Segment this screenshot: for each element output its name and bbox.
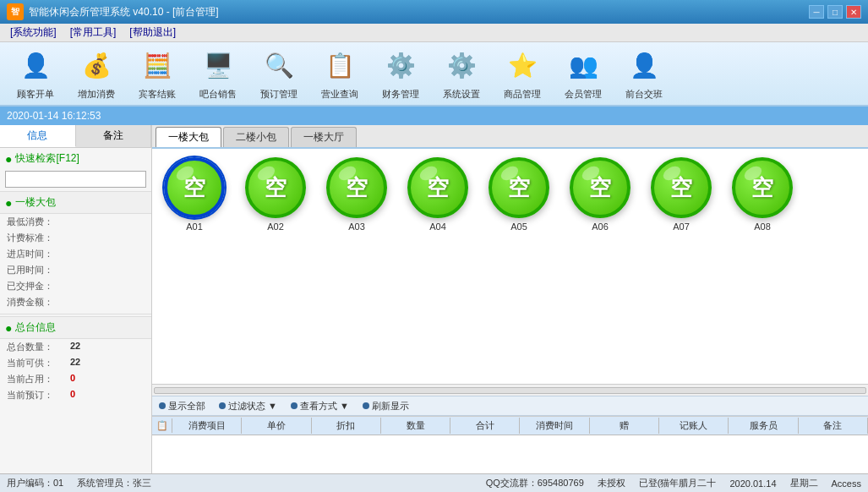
table-header: 📋 消费项目 单价 折扣 数量 合计 消费时间 赠 记账人 服务员 备注 [152, 417, 868, 435]
open-customer-icon: 👤 [17, 47, 54, 85]
tab-floor1-hall[interactable]: 一楼大厅 [291, 127, 357, 147]
scroll-track[interactable] [154, 387, 866, 394]
finance-icon: ⚙️ [382, 47, 419, 85]
room-char-a01: 空 [183, 173, 205, 203]
status-user-code: 用户编码：01 [7, 477, 63, 489]
room-item-a05[interactable]: 空 A05 [485, 157, 553, 232]
action-filter-status[interactable]: 过滤状态 ▼ [219, 400, 277, 413]
add-consume-icon: 💰 [78, 47, 115, 85]
business-query-icon: 📋 [321, 47, 358, 85]
member-label: 会员管理 [565, 88, 602, 101]
tabs-row: 一楼大包 二楼小包 一楼大厅 [152, 125, 868, 149]
th-total: 合计 [450, 418, 520, 434]
quick-search-label: ● 快速检索[F12] [0, 148, 151, 169]
tab-floor1-big[interactable]: 一楼大包 [156, 127, 221, 147]
close-button[interactable]: ✕ [846, 5, 861, 19]
title-bar: 智 智能休闲会所管理系统 v40.10 - [前台管理] ─ □ ✕ [0, 0, 868, 24]
business-query-label: 营业查询 [321, 88, 358, 101]
status-manager: 系统管理员：张三 [77, 477, 151, 489]
toolbar-reservation[interactable]: 🔍 预订管理 [250, 46, 308, 101]
toolbar-business-query[interactable]: 📋 营业查询 [311, 46, 368, 101]
reservation-label: 预订管理 [260, 88, 298, 101]
left-tabs: 信息 备注 [0, 125, 151, 148]
status-auth: 未授权 [598, 477, 625, 489]
total-dot-icon: ● [5, 321, 12, 335]
toolbar-system-settings[interactable]: ⚙️ 系统设置 [433, 46, 490, 101]
th-waiter: 服务员 [729, 418, 798, 434]
filter-status-dot-icon [219, 402, 226, 409]
total-row-available: 当前可供： 22 [0, 355, 151, 371]
app-logo: 智 [7, 3, 24, 20]
datetime-display: 2020-01-14 16:12:53 [7, 110, 101, 122]
system-settings-label: 系统设置 [443, 88, 480, 101]
section-dot-icon: ● [5, 196, 12, 210]
room-circle-a01: 空 [164, 157, 225, 218]
th-icon: 📋 [152, 418, 172, 433]
quick-search-input[interactable] [5, 171, 146, 188]
menu-tools[interactable]: [常用工具] [63, 24, 123, 41]
room-label-a04: A04 [429, 221, 446, 232]
th-unit-price: 单价 [242, 418, 311, 434]
room-circle-a07: 空 [651, 157, 712, 218]
status-weekday: 星期二 [790, 477, 818, 489]
menu-system[interactable]: [系统功能] [3, 24, 63, 41]
toolbar-open-customer[interactable]: 👤 顾客开单 [7, 46, 64, 101]
toolbar-finance[interactable]: ⚙️ 财务管理 [372, 46, 429, 101]
room-char-a04: 空 [427, 173, 449, 203]
show-all-dot-icon [159, 402, 166, 409]
room-circle-a08: 空 [732, 157, 793, 218]
room-item-a03[interactable]: 空 A03 [323, 157, 390, 232]
add-consume-label: 增加消费 [78, 88, 115, 101]
window-title: 智能休闲会所管理系统 v40.10 - [前台管理] [29, 5, 809, 19]
info-row-min-consume: 最低消费： [0, 214, 151, 230]
toolbar-member[interactable]: 👥 会员管理 [554, 46, 612, 101]
th-remark: 备注 [799, 418, 868, 434]
info-row-used-time: 已用时间： [0, 262, 151, 278]
info-row-enter-time: 进店时间： [0, 246, 151, 262]
toolbar-goods[interactable]: ⭐ 商品管理 [494, 46, 551, 101]
th-account-person: 记账人 [659, 418, 729, 434]
shift-icon: 👤 [625, 47, 663, 85]
room-char-a02: 空 [265, 173, 287, 203]
status-date: 2020.01.14 [729, 478, 776, 489]
room-label-a08: A08 [754, 221, 771, 232]
tab-floor2-small[interactable]: 二楼小包 [223, 127, 289, 147]
room-item-a01[interactable]: 空 A01 [161, 157, 228, 232]
maximize-button[interactable]: □ [827, 5, 843, 19]
refresh-dot-icon [363, 402, 369, 409]
room-item-a02[interactable]: 空 A02 [242, 157, 309, 232]
total-row-count: 总台数量： 22 [0, 339, 151, 355]
room-circle-a05: 空 [489, 157, 549, 218]
room-item-a07[interactable]: 空 A07 [647, 157, 715, 232]
minimize-button[interactable]: ─ [809, 5, 824, 19]
toolbar-checkout[interactable]: 🧮 宾客结账 [128, 46, 186, 101]
action-bar: 显示全部 过滤状态 ▼ 查看方式 ▼ 刷新显示 [152, 396, 868, 416]
view-mode-label: 查看方式 ▼ [300, 400, 349, 413]
tab-info[interactable]: 信息 [0, 125, 76, 147]
room-char-a03: 空 [346, 173, 368, 203]
show-all-label: 显示全部 [168, 400, 205, 413]
scroll-area[interactable] [152, 384, 868, 396]
action-refresh[interactable]: 刷新显示 [363, 400, 409, 413]
toolbar-bar-sales[interactable]: 🖥️ 吧台销售 [189, 46, 247, 101]
action-show-all[interactable]: 显示全部 [159, 400, 205, 413]
toolbar-add-consume[interactable]: 💰 增加消费 [68, 46, 125, 101]
refresh-label: 刷新显示 [372, 400, 409, 413]
th-consume-time: 消费时间 [520, 418, 589, 434]
room-char-a06: 空 [589, 173, 611, 203]
toolbar-shift[interactable]: 👤 前台交班 [615, 46, 673, 101]
room-item-a08[interactable]: 空 A08 [729, 157, 796, 232]
room-label-a01: A01 [186, 221, 203, 232]
action-view-mode[interactable]: 查看方式 ▼ [291, 400, 349, 413]
room-label-a05: A05 [510, 221, 527, 232]
tab-note[interactable]: 备注 [76, 125, 152, 147]
datetime-bar: 2020-01-14 16:12:53 [0, 107, 868, 125]
shift-label: 前台交班 [625, 88, 663, 101]
room-item-a04[interactable]: 空 A04 [404, 157, 472, 232]
th-quantity: 数量 [381, 418, 450, 434]
menu-bar: [系统功能] [常用工具] [帮助退出] [0, 24, 868, 42]
room-circle-a03: 空 [326, 157, 387, 218]
bar-sales-icon: 🖥️ [199, 47, 237, 85]
room-item-a06[interactable]: 空 A06 [566, 157, 634, 232]
menu-help[interactable]: [帮助退出] [123, 24, 183, 41]
